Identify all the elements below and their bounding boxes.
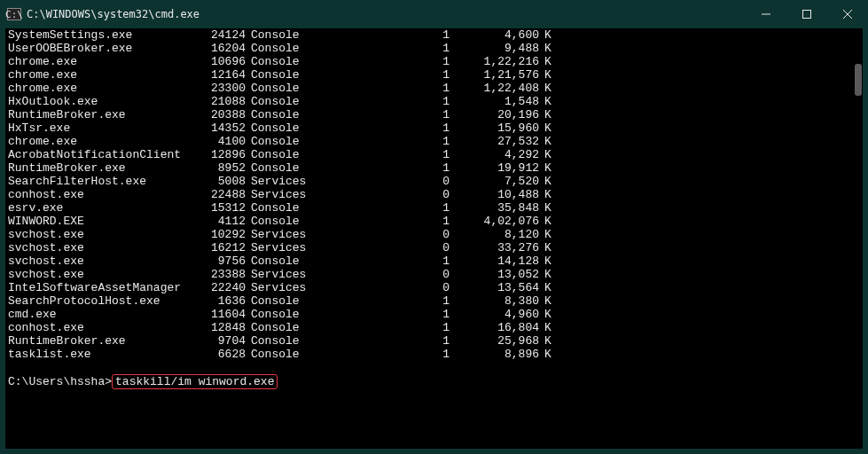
process-session-name: Services	[246, 241, 315, 254]
process-memory: 7,520	[450, 175, 539, 188]
process-name: RuntimeBroker.exe	[8, 161, 194, 175]
process-session-num: 1	[315, 82, 450, 95]
process-name: SearchFilterHost.exe	[8, 175, 194, 188]
process-session-num: 0	[315, 175, 450, 188]
process-memory: 13,052	[450, 268, 539, 281]
process-pid: 9756	[194, 254, 246, 268]
process-memory: 16,804	[450, 321, 539, 334]
process-pid: 23388	[194, 268, 246, 281]
prompt-path: C:\Users\hssha>	[8, 375, 112, 388]
process-memory: 33,276	[450, 241, 539, 254]
process-pid: 11604	[194, 308, 246, 321]
process-pid: 16204	[194, 42, 246, 55]
process-name: svchost.exe	[8, 268, 194, 281]
process-name: chrome.exe	[8, 135, 194, 148]
process-session-num: 1	[315, 148, 450, 161]
process-name: svchost.exe	[8, 228, 194, 241]
process-name: tasklist.exe	[8, 348, 194, 361]
titlebar[interactable]: C:\ C:\WINDOWS\system32\cmd.exe	[0, 0, 868, 28]
scrollbar-thumb[interactable]	[855, 64, 862, 96]
process-row: WINWORD.EXE4112Console14,02,076K	[8, 215, 856, 228]
process-name: SearchProtocolHost.exe	[8, 294, 194, 308]
process-session-num: 1	[315, 42, 450, 55]
process-session-num: 1	[315, 28, 450, 42]
process-row: UserOOBEBroker.exe16204Console19,488K	[8, 42, 856, 55]
process-session-name: Console	[246, 121, 315, 135]
process-session-name: Console	[246, 321, 315, 334]
process-row: IntelSoftwareAssetManager22240Services01…	[8, 281, 856, 294]
process-session-num: 0	[315, 241, 450, 254]
process-session-name: Console	[246, 42, 315, 55]
process-memory-unit: K	[539, 42, 551, 55]
window-controls	[746, 0, 868, 28]
prompt-line: C:\Users\hssha>taskkill/im winword.exe	[8, 374, 856, 389]
process-memory: 1,22,216	[450, 55, 539, 68]
process-session-num: 0	[315, 228, 450, 241]
cursor	[278, 377, 285, 387]
process-memory-unit: K	[539, 228, 551, 241]
terminal-body[interactable]: SystemSettings.exe24124Console14,600KUse…	[5, 28, 863, 449]
process-memory: 4,292	[450, 148, 539, 161]
process-name: chrome.exe	[8, 82, 194, 95]
process-pid: 22240	[194, 281, 246, 294]
process-memory: 14,128	[450, 254, 539, 268]
process-pid: 24124	[194, 28, 246, 42]
process-session-num: 1	[315, 321, 450, 334]
process-memory: 10,488	[450, 188, 539, 201]
process-pid: 6628	[194, 348, 246, 361]
process-session-num: 1	[315, 55, 450, 68]
process-session-name: Console	[246, 161, 315, 175]
process-session-name: Console	[246, 82, 315, 95]
process-row: svchost.exe10292Services08,120K	[8, 228, 856, 241]
process-session-name: Console	[246, 68, 315, 82]
process-memory-unit: K	[539, 28, 551, 42]
process-memory-unit: K	[539, 321, 551, 334]
process-memory: 20,196	[450, 108, 539, 121]
process-pid: 23300	[194, 82, 246, 95]
process-name: WINWORD.EXE	[8, 215, 194, 228]
window-title: C:\WINDOWS\system32\cmd.exe	[27, 8, 746, 20]
process-pid: 9704	[194, 334, 246, 348]
process-memory-unit: K	[539, 108, 551, 121]
process-memory: 9,488	[450, 42, 539, 55]
process-session-num: 0	[315, 281, 450, 294]
process-session-name: Console	[246, 294, 315, 308]
process-name: cmd.exe	[8, 308, 194, 321]
process-name: chrome.exe	[8, 55, 194, 68]
close-button[interactable]	[827, 0, 868, 28]
scrollbar-track[interactable]	[850, 28, 863, 449]
process-memory-unit: K	[539, 241, 551, 254]
process-session-num: 1	[315, 135, 450, 148]
process-pid: 10696	[194, 55, 246, 68]
process-name: chrome.exe	[8, 68, 194, 82]
process-memory-unit: K	[539, 308, 551, 321]
process-session-name: Console	[246, 28, 315, 42]
process-memory-unit: K	[539, 175, 551, 188]
process-memory: 1,22,408	[450, 82, 539, 95]
process-row: svchost.exe16212Services033,276K	[8, 241, 856, 254]
process-name: conhost.exe	[8, 188, 194, 201]
process-session-name: Console	[246, 254, 315, 268]
process-row: RuntimeBroker.exe9704Console125,968K	[8, 334, 856, 348]
process-pid: 12164	[194, 68, 246, 82]
process-name: esrv.exe	[8, 201, 194, 215]
process-memory: 8,120	[450, 228, 539, 241]
process-memory: 1,548	[450, 95, 539, 108]
process-name: HxTsr.exe	[8, 121, 194, 135]
process-session-num: 1	[315, 201, 450, 215]
minimize-button[interactable]	[746, 0, 786, 28]
process-session-name: Console	[246, 308, 315, 321]
process-memory: 8,896	[450, 348, 539, 361]
process-row: chrome.exe12164Console11,21,576K	[8, 68, 856, 82]
close-icon	[843, 10, 852, 19]
process-session-num: 1	[315, 161, 450, 175]
maximize-button[interactable]	[786, 0, 827, 28]
process-pid: 8952	[194, 161, 246, 175]
process-row: svchost.exe9756Console114,128K	[8, 254, 856, 268]
process-pid: 15312	[194, 201, 246, 215]
process-name: conhost.exe	[8, 321, 194, 334]
process-memory-unit: K	[539, 55, 551, 68]
process-memory-unit: K	[539, 294, 551, 308]
process-session-num: 1	[315, 121, 450, 135]
process-pid: 22488	[194, 188, 246, 201]
